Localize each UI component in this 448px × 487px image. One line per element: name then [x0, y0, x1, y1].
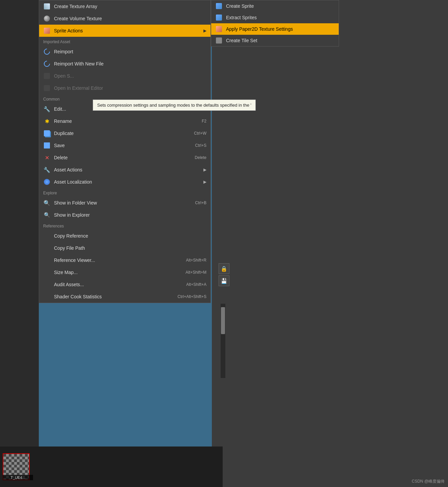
menu-item-asset-localization[interactable]: Asset Localization ▶: [39, 176, 211, 188]
duplicate-shortcut: Ctrl+W: [194, 131, 206, 136]
save-label: Save: [54, 143, 195, 148]
menu-item-open-source: Open S...: [39, 70, 211, 82]
rename-star-icon: ✱: [43, 117, 51, 125]
sphere-icon: [43, 15, 51, 22]
asset-actions-arrow: ▶: [203, 167, 206, 172]
reimport-label: Reimport: [54, 49, 206, 54]
left-dark-panel: [0, 0, 39, 487]
side-icon-buttons: 🔒 💾: [219, 263, 229, 286]
section-imported-asset: Imported Asset: [39, 37, 211, 46]
show-in-folder-label: Show in Folder View: [54, 200, 195, 206]
menu-item-reference-viewer[interactable]: Reference Viewer... Alt+Shift+R: [39, 254, 211, 266]
scrollbar[interactable]: [221, 304, 225, 378]
reimport-new-icon: [43, 60, 51, 67]
sprite-actions-label: Sprite Actions: [54, 28, 201, 33]
apply-paper2d-icon: [215, 25, 223, 33]
menu-item-create-volume-texture[interactable]: Create Volume Texture: [39, 12, 211, 25]
menu-item-delete[interactable]: ✕ Delete Delete: [39, 152, 211, 164]
menu-item-size-map[interactable]: Size Map... Alt+Shift+M: [39, 266, 211, 278]
tooltip: Sets compression settings and sampling m…: [93, 100, 256, 111]
menu-item-shader-cook[interactable]: Shader Cook Statistics Ctrl+Alt+Shift+S: [39, 291, 211, 303]
section-explore: Explore: [39, 188, 211, 197]
delete-icon: ✕: [43, 154, 51, 161]
menu-item-sprite-actions[interactable]: Sprite Actions ▶: [39, 25, 211, 37]
save-icon: [43, 142, 51, 149]
create-tile-set-label: Create Tile Set: [226, 38, 335, 43]
reimport-new-file-label: Reimport With New File: [54, 61, 206, 66]
audit-assets-shortcut: Alt+Shift+A: [186, 282, 206, 287]
menu-item-show-in-explorer[interactable]: 🔍 Show in Explorer: [39, 209, 211, 221]
globe-icon: [43, 178, 51, 186]
delete-shortcut: Delete: [195, 155, 206, 160]
edit-wrench-icon: 🔧: [43, 105, 51, 113]
reference-viewer-label: Reference Viewer...: [54, 258, 186, 263]
menu-item-reimport[interactable]: Reimport: [39, 46, 211, 58]
create-texture-array-label: Create Texture Array: [54, 4, 206, 9]
extract-sprites-label: Extract Sprites: [226, 15, 335, 20]
lock-button[interactable]: 🔒: [219, 263, 229, 274]
shader-cook-label: Shader Cook Statistics: [54, 294, 177, 299]
texture-array-icon: [43, 3, 51, 10]
save-shortcut: Ctrl+S: [195, 143, 206, 148]
sprite-actions-arrow: ▶: [203, 28, 206, 33]
menu-item-copy-file-path[interactable]: Copy File Path: [39, 242, 211, 254]
extract-sprites-icon: [215, 14, 223, 21]
create-volume-texture-label: Create Volume Texture: [54, 16, 206, 21]
delete-label: Delete: [54, 155, 195, 160]
save-icon: 💾: [221, 278, 227, 284]
right-dark-panel: [212, 0, 448, 487]
copy-file-path-label: Copy File Path: [54, 245, 206, 251]
sprite-actions-submenu: Create Sprite Extract Sprites Apply Pape…: [211, 0, 339, 47]
size-map-label: Size Map...: [54, 270, 186, 275]
menu-item-open-in-external: Open In External Editor: [39, 82, 211, 94]
reference-viewer-shortcut: Alt+Shift+R: [186, 258, 206, 263]
rename-label: Rename: [54, 118, 202, 124]
explorer-icon: 🔍: [43, 211, 51, 219]
duplicate-label: Duplicate: [54, 131, 194, 136]
asset-localization-label: Asset Localization: [54, 179, 201, 185]
apply-paper2d-label: Apply Paper2D Texture Settings: [226, 26, 335, 32]
lock-icon: 🔒: [221, 266, 227, 272]
show-in-folder-shortcut: Ctrl+B: [195, 200, 206, 205]
submenu-item-apply-paper2d[interactable]: Apply Paper2D Texture Settings: [211, 23, 339, 35]
menu-item-reimport-new-file[interactable]: Reimport With New File: [39, 58, 211, 70]
reimport-icon: [43, 48, 51, 55]
menu-item-duplicate[interactable]: Duplicate Ctrl+W: [39, 127, 211, 139]
create-sprite-icon: [215, 2, 223, 10]
folder-view-icon: 🔍: [43, 199, 51, 207]
open-source-icon: [43, 72, 51, 80]
asset-actions-icon: 🔧: [43, 166, 51, 173]
duplicate-icon: [43, 130, 51, 137]
show-in-explorer-label: Show in Explorer: [54, 212, 206, 218]
rename-shortcut: F2: [202, 119, 206, 124]
open-external-icon: [43, 84, 51, 92]
menu-item-copy-reference[interactable]: Copy Reference: [39, 230, 211, 242]
thumbnail-container: T_UE4...: [3, 453, 30, 480]
section-references: References: [39, 221, 211, 230]
menu-item-show-in-folder[interactable]: 🔍 Show in Folder View Ctrl+B: [39, 197, 211, 209]
shader-cook-shortcut: Ctrl+Alt+Shift+S: [177, 294, 206, 299]
create-tile-set-icon: [215, 37, 223, 44]
menu-item-create-texture-array[interactable]: Create Texture Array: [39, 0, 211, 12]
asset-localization-arrow: ▶: [203, 180, 206, 184]
size-map-shortcut: Alt+Shift+M: [186, 270, 206, 275]
tooltip-text: Sets compression settings and sampling m…: [97, 103, 251, 108]
watermark-text: CSDN @峰度偏倚: [412, 479, 445, 484]
audit-assets-label: Audit Assets...: [54, 282, 186, 287]
scrollbar-thumb[interactable]: [221, 307, 225, 334]
menu-item-audit-assets[interactable]: Audit Assets... Alt+Shift+A: [39, 278, 211, 291]
submenu-item-extract-sprites[interactable]: Extract Sprites: [211, 12, 339, 23]
create-sprite-label: Create Sprite: [226, 3, 335, 9]
menu-item-asset-actions[interactable]: 🔧 Asset Actions ▶: [39, 164, 211, 176]
main-context-menu: Create Texture Array Create Volume Textu…: [39, 0, 211, 303]
open-source-label: Open S...: [54, 73, 206, 79]
asset-actions-label: Asset Actions: [54, 167, 201, 172]
submenu-item-create-sprite[interactable]: Create Sprite: [211, 0, 339, 12]
save-button[interactable]: 💾: [219, 275, 229, 286]
menu-item-rename[interactable]: ✱ Rename F2: [39, 115, 211, 127]
bottom-panel: T_UE4...: [0, 447, 223, 487]
copy-reference-label: Copy Reference: [54, 233, 206, 239]
watermark: CSDN @峰度偏倚: [412, 479, 445, 484]
submenu-item-create-tile-set[interactable]: Create Tile Set: [211, 35, 339, 46]
menu-item-save[interactable]: Save Ctrl+S: [39, 139, 211, 152]
